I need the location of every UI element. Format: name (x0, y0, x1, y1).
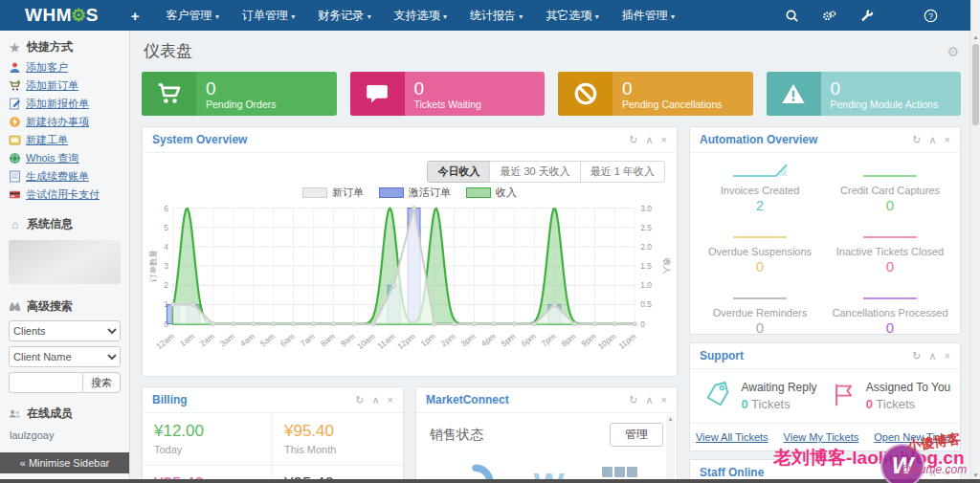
sidebar-quick-link[interactable]: 新建待办事项 (9, 115, 121, 129)
refresh-icon[interactable]: ↻ (912, 351, 921, 362)
refresh-icon[interactable]: ↻ (629, 135, 637, 145)
refresh-icon[interactable]: ↻ (355, 395, 364, 406)
support-link[interactable]: Open New Ticket (874, 431, 954, 443)
collapse-icon[interactable]: ∧ (929, 351, 937, 362)
nav-menu-item[interactable]: 客户管理 ▾ (155, 0, 231, 32)
svg-text:3pm: 3pm (459, 331, 478, 348)
panel-title: System Overview (152, 133, 247, 146)
stat-card[interactable]: 0 Pending Module Actions (767, 72, 962, 116)
gears-icon[interactable] (822, 9, 836, 23)
support-items: Awaiting Reply 0 Tickets Assigned To You… (690, 369, 960, 423)
panel-title: Support (700, 349, 744, 362)
svg-text:9am: 9am (339, 331, 357, 348)
nav-menu-item[interactable]: 财务记录 ▾ (306, 0, 382, 32)
quote-icon (9, 98, 21, 110)
page-scrollbar[interactable]: ▲ ▼ (970, 0, 980, 483)
quick-add-button[interactable]: + (123, 4, 147, 28)
stat-card[interactable]: 0 Pending Orders (142, 72, 337, 116)
collapse-icon[interactable]: ∧ (929, 468, 937, 478)
svg-text:0: 0 (640, 319, 645, 329)
collapse-icon[interactable]: ∧ (929, 135, 937, 145)
main-content: 仪表盘 ⚙ 0 Pending Orders 0 Tickets Waiting… (130, 31, 970, 483)
logo-text-suffix: S (86, 5, 99, 26)
support-link[interactable]: View All Tickets (696, 431, 768, 443)
range-button[interactable]: 最近 30 天收入 (489, 161, 580, 183)
automation-stat: Credit Card Captures 0 (830, 161, 950, 213)
svg-text:6: 6 (164, 204, 168, 213)
close-icon[interactable]: × (945, 135, 950, 145)
range-button[interactable]: 今日收入 (427, 161, 490, 183)
stat-value: 0 (414, 78, 481, 99)
sidebar-quick-link[interactable]: 生成续费账单 (9, 169, 121, 184)
close-icon[interactable]: × (661, 395, 667, 406)
collapse-icon[interactable]: ∧ (646, 395, 654, 406)
stat-value: 0 (831, 78, 939, 99)
search-submit-button[interactable]: 搜索 (82, 372, 121, 393)
dashboard-settings-gear-icon[interactable]: ⚙ (947, 44, 959, 59)
page-title: 仪表盘 (144, 40, 192, 62)
collapse-icon[interactable]: ∧ (646, 135, 654, 145)
stat-label: Tickets Waiting (414, 99, 481, 110)
range-button[interactable]: 最近 1 年收入 (580, 161, 665, 183)
sidebar-quick-link[interactable]: 添加新报价单 (9, 97, 121, 111)
stat-card[interactable]: 0 Tickets Waiting (350, 72, 546, 116)
sidebar-quick-link[interactable]: 新建工单 (9, 133, 121, 147)
refresh-icon[interactable]: ↻ (629, 395, 637, 406)
svg-text:7pm: 7pm (540, 331, 558, 348)
nav-menu-item[interactable]: 其它选项 ▾ (534, 0, 610, 32)
automation-stat-label: Cancellations Processed (830, 307, 950, 318)
sidebar-quick-link[interactable]: Whois 查询 (9, 151, 121, 165)
close-icon[interactable]: × (388, 395, 393, 406)
close-icon[interactable]: × (945, 351, 950, 362)
automation-stat: Overdue Reminders 0 (700, 283, 820, 336)
automation-stat-value: 0 (700, 258, 820, 274)
sidebar-section-online-members: 在线成员 (0, 397, 129, 426)
nav-menu-item[interactable]: 统计报告 ▾ (458, 0, 534, 32)
search-input[interactable] (9, 372, 82, 393)
scroll-down-arrow-icon[interactable]: ▼ (971, 472, 980, 478)
support-item[interactable]: Assigned To You 0 Tickets (825, 381, 954, 413)
warning-icon (767, 72, 821, 116)
whmcs-logo[interactable]: WHM⚙S (25, 5, 99, 26)
panel-title: Staff Online (700, 466, 764, 479)
scroll-up-arrow-icon[interactable]: ▲ (971, 34, 980, 40)
refresh-icon[interactable]: ↻ (912, 468, 921, 478)
stat-card[interactable]: 0 Pending Cancellations (558, 72, 753, 116)
search-field-select[interactable]: Client Name (9, 346, 121, 367)
chat-icon (350, 72, 405, 116)
nav-menu-item[interactable]: 插件管理 ▾ (611, 0, 686, 32)
marketconnect-scrollbar[interactable]: ▲ (666, 415, 675, 482)
sparkline (859, 222, 921, 241)
nav-menu-item[interactable]: 支持选项 ▾ (383, 0, 458, 32)
automation-stat-label: Overdue Reminders (700, 307, 820, 318)
wrench-icon[interactable] (859, 9, 874, 23)
automation-stat-label: Inactive Tickets Closed (830, 246, 950, 257)
automation-stat-label: Invoices Created (700, 185, 820, 196)
sidebar-quick-link[interactable]: 尝试信用卡支付 (9, 187, 121, 202)
help-icon[interactable]: ? (924, 9, 938, 23)
minimise-sidebar-button[interactable]: « Minimise Sidebar (0, 452, 129, 473)
search-type-select[interactable]: Clients (9, 320, 121, 341)
credit-card-icon (9, 188, 21, 201)
support-link[interactable]: View My Tickets (784, 431, 859, 443)
sidebar-quick-link[interactable]: 添加新订单 (9, 78, 121, 93)
svg-text:11pm: 11pm (616, 331, 637, 350)
nav-menu-item[interactable]: 订单管理 ▾ (231, 0, 306, 32)
scrollbar-thumb[interactable] (972, 44, 979, 125)
svg-text:6am: 6am (278, 331, 297, 348)
todo-icon (9, 116, 21, 128)
collapse-icon[interactable]: ∧ (372, 395, 380, 406)
panel-controls: ↻∧× (912, 135, 950, 145)
close-icon[interactable]: × (945, 468, 950, 478)
manage-button[interactable]: 管理 (610, 423, 663, 447)
support-item[interactable]: Awaiting Reply 0 Tickets (696, 381, 825, 413)
sidebar-quick-link[interactable]: 添加客户 (9, 60, 121, 75)
stat-label: Pending Orders (206, 99, 277, 110)
close-icon[interactable]: × (661, 135, 667, 145)
automation-stat-value: 0 (830, 197, 950, 213)
refresh-icon[interactable]: ↻ (912, 135, 921, 145)
sparkline (859, 283, 921, 302)
search-icon[interactable] (785, 9, 799, 23)
flag-icon (829, 381, 858, 413)
nav-menus: 客户管理 ▾订单管理 ▾财务记录 ▾支持选项 ▾统计报告 ▾其它选项 ▾插件管理… (155, 0, 687, 32)
